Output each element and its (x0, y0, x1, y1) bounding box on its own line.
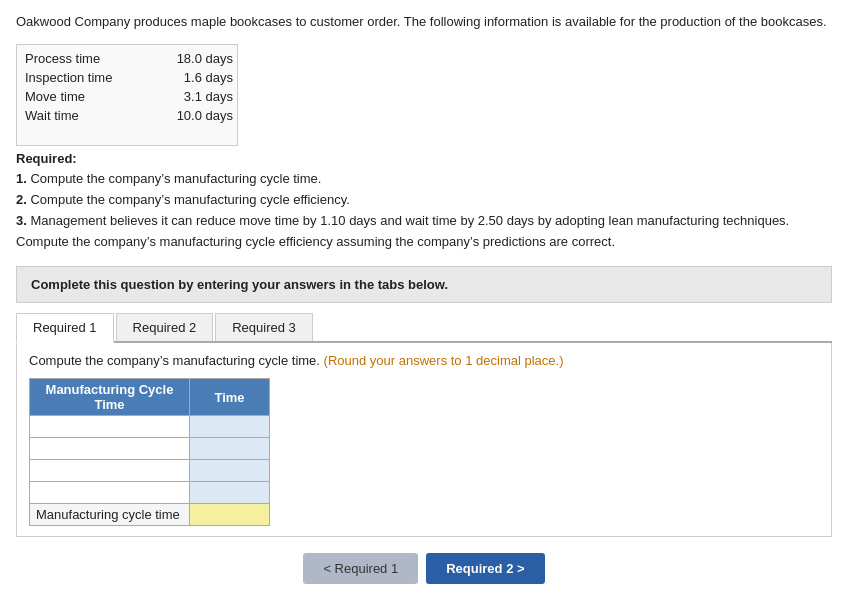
row-value-cell[interactable] (190, 416, 270, 438)
footer-value-cell[interactable] (190, 504, 270, 526)
row-value: 1.6 days (157, 68, 237, 87)
required-section: Required: 1. Compute the company’s manuf… (16, 149, 832, 253)
required-item: 1. Compute the company’s manufacturing c… (16, 169, 832, 190)
row-label-cell[interactable] (30, 438, 190, 460)
table-row (30, 482, 270, 504)
table-row (30, 460, 270, 482)
row-label-cell[interactable] (30, 460, 190, 482)
row-label-cell[interactable] (30, 482, 190, 504)
row-value-cell[interactable] (190, 438, 270, 460)
row-label-input[interactable] (36, 419, 183, 434)
row-label: Inspection time (17, 68, 157, 87)
row-label: Process time (17, 49, 157, 68)
row-label-input[interactable] (36, 463, 183, 478)
data-row: Process time18.0 days (17, 49, 237, 68)
row-value-input[interactable] (196, 485, 263, 500)
next-button[interactable]: Required 2 > (426, 553, 544, 584)
table-header-main: Manufacturing Cycle Time (30, 379, 190, 416)
row-value-cell[interactable] (190, 482, 270, 504)
data-row: Wait time10.0 days (17, 106, 237, 125)
row-value: 10.0 days (157, 106, 237, 125)
row-value: 3.1 days (157, 87, 237, 106)
data-row: Inspection time1.6 days (17, 68, 237, 87)
row-value-input[interactable] (196, 419, 263, 434)
row-label-input[interactable] (36, 441, 183, 456)
footer-label: Manufacturing cycle time (30, 504, 190, 526)
tab-required-2[interactable]: Required 2 (116, 313, 214, 341)
data-table-wrapper: Process time18.0 daysInspection time1.6 … (16, 44, 238, 146)
row-value-cell[interactable] (190, 460, 270, 482)
required-item-num: 3. (16, 213, 27, 228)
instruction-text: Compute the company’s manufacturing cycl… (29, 353, 320, 368)
row-label: Wait time (17, 106, 157, 125)
cycle-time-table: Manufacturing Cycle Time Time (29, 378, 270, 526)
complete-box: Complete this question by entering your … (16, 266, 832, 303)
row-value-input[interactable] (196, 463, 263, 478)
required-item-num: 1. (16, 171, 27, 186)
nav-buttons: < Required 1 Required 2 > (16, 553, 832, 584)
prev-button[interactable]: < Required 1 (303, 553, 418, 584)
tabs-row: Required 1Required 2Required 3 (16, 313, 832, 343)
table-header-time: Time (190, 379, 270, 416)
required-item: 2. Compute the company’s manufacturing c… (16, 190, 832, 211)
row-value: 18.0 days (157, 49, 237, 68)
data-table: Process time18.0 daysInspection time1.6 … (17, 49, 237, 125)
tab-required-1[interactable]: Required 1 (16, 313, 114, 343)
data-row: Move time3.1 days (17, 87, 237, 106)
tab-required-3[interactable]: Required 3 (215, 313, 313, 341)
required-item-num: 2. (16, 192, 27, 207)
instruction-highlight: (Round your answers to 1 decimal place.) (324, 353, 564, 368)
intro-text: Oakwood Company produces maple bookcases… (16, 12, 832, 32)
row-label-input[interactable] (36, 485, 183, 500)
table-row (30, 438, 270, 460)
required-item: 3. Management believes it can reduce mov… (16, 211, 832, 253)
instruction-line: Compute the company’s manufacturing cycl… (29, 353, 819, 368)
row-label-cell[interactable] (30, 416, 190, 438)
row-label: Move time (17, 87, 157, 106)
tab-content: Compute the company’s manufacturing cycl… (16, 343, 832, 537)
table-footer-row: Manufacturing cycle time (30, 504, 270, 526)
row-value-input[interactable] (196, 441, 263, 456)
footer-value-input[interactable] (196, 507, 263, 522)
required-heading: Required: (16, 151, 77, 166)
table-row (30, 416, 270, 438)
